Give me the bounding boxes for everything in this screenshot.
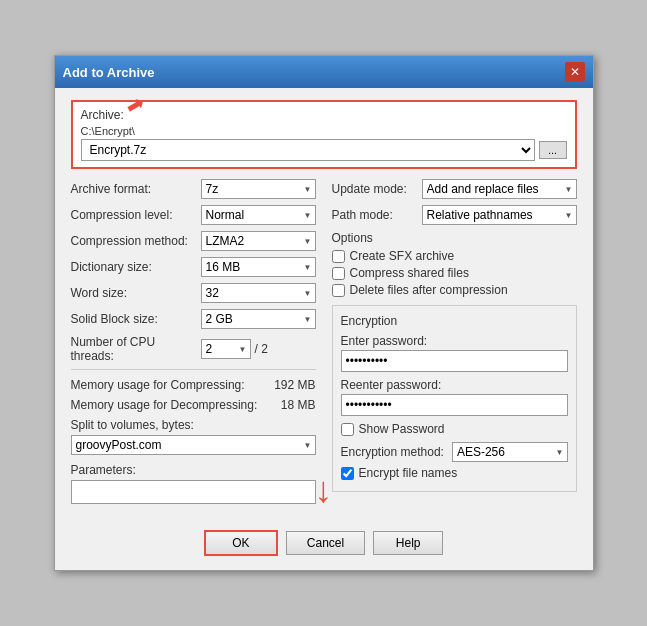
cpu-threads-max: / 2 (255, 342, 268, 356)
options-title: Options (332, 231, 577, 245)
delete-files-row: Delete files after compression (332, 283, 577, 297)
format-select-wrapper: 7z ▼ (201, 179, 316, 199)
compression-method-wrapper: LZMA2 ▼ (201, 231, 316, 251)
options-section: Options Create SFX archive Compress shar… (332, 231, 577, 297)
dialog-title: Add to Archive (63, 65, 155, 80)
left-panel: Archive format: 7z ▼ Compression level: … (71, 179, 316, 512)
add-to-archive-dialog: Add to Archive ✕ ➡ Archive: C:\Encrypt\ … (54, 55, 594, 571)
enter-password-label: Enter password: (341, 334, 568, 348)
compression-level-select[interactable]: Normal (201, 205, 316, 225)
dictionary-size-select[interactable]: 16 MB (201, 257, 316, 277)
reenter-password-label: Reenter password: (341, 378, 568, 392)
create-sfx-label: Create SFX archive (350, 249, 455, 263)
split-select-wrapper: groovyPost.com ▼ (71, 435, 316, 455)
memory-compress-value: 192 MB (274, 378, 315, 392)
word-size-select[interactable]: 32 (201, 283, 316, 303)
params-label: Parameters: (71, 463, 316, 477)
show-password-checkbox[interactable] (341, 423, 354, 436)
enter-password-input[interactable] (341, 350, 568, 372)
update-mode-select[interactable]: Add and replace files (422, 179, 577, 199)
format-select[interactable]: 7z (201, 179, 316, 199)
archive-section: Archive: C:\Encrypt\ Encrypt.7z ... (71, 100, 577, 169)
word-size-label: Word size: (71, 286, 201, 300)
browse-button[interactable]: ... (539, 141, 567, 159)
archive-filename-select[interactable]: Encrypt.7z (81, 139, 535, 161)
memory-compress-label: Memory usage for Compressing: (71, 378, 275, 392)
path-mode-wrapper: Relative pathnames ▼ (422, 205, 577, 225)
compression-level-label: Compression level: (71, 208, 201, 222)
create-sfx-row: Create SFX archive (332, 249, 577, 263)
memory-decompress-label: Memory usage for Decompressing: (71, 398, 281, 412)
compress-shared-checkbox[interactable] (332, 267, 345, 280)
delete-files-label: Delete files after compression (350, 283, 508, 297)
close-button[interactable]: ✕ (565, 62, 585, 82)
path-mode-select[interactable]: Relative pathnames (422, 205, 577, 225)
split-select[interactable]: groovyPost.com (71, 435, 316, 455)
path-mode-label: Path mode: (332, 208, 422, 222)
encryption-title: Encryption (341, 314, 568, 328)
ok-button[interactable]: OK (206, 532, 276, 554)
encryption-method-wrapper: AES-256 ▼ (452, 442, 568, 462)
title-bar: Add to Archive ✕ (55, 56, 593, 88)
solid-block-label: Solid Block size: (71, 312, 201, 326)
format-label: Archive format: (71, 182, 201, 196)
cpu-threads-wrapper: 2 ▼ (201, 339, 251, 359)
compress-shared-label: Compress shared files (350, 266, 469, 280)
show-password-label: Show Password (359, 422, 445, 436)
solid-block-select[interactable]: 2 GB (201, 309, 316, 329)
solid-block-wrapper: 2 GB ▼ (201, 309, 316, 329)
cancel-button[interactable]: Cancel (286, 531, 365, 555)
encryption-section: Encryption Enter password: Reenter passw… (332, 305, 577, 492)
archive-path: C:\Encrypt\ (81, 125, 567, 137)
reenter-password-input[interactable] (341, 394, 568, 416)
archive-label: Archive: (81, 108, 567, 122)
compress-shared-row: Compress shared files (332, 266, 577, 280)
create-sfx-checkbox[interactable] (332, 250, 345, 263)
memory-decompress-value: 18 MB (281, 398, 316, 412)
dictionary-size-wrapper: 16 MB ▼ (201, 257, 316, 277)
split-label: Split to volumes, bytes: (71, 418, 316, 432)
word-size-wrapper: 32 ▼ (201, 283, 316, 303)
delete-files-checkbox[interactable] (332, 284, 345, 297)
dictionary-size-label: Dictionary size: (71, 260, 201, 274)
update-mode-wrapper: Add and replace files ▼ (422, 179, 577, 199)
right-panel: Update mode: Add and replace files ▼ Pat… (332, 179, 577, 512)
cpu-threads-label: Number of CPU threads: (71, 335, 201, 363)
compression-method-label: Compression method: (71, 234, 201, 248)
cpu-threads-select[interactable]: 2 (201, 339, 251, 359)
compression-level-wrapper: Normal ▼ (201, 205, 316, 225)
help-button[interactable]: Help (373, 531, 443, 555)
encrypt-names-checkbox[interactable] (341, 467, 354, 480)
params-input[interactable] (71, 480, 316, 504)
encryption-method-select[interactable]: AES-256 (452, 442, 568, 462)
update-mode-label: Update mode: (332, 182, 422, 196)
compression-method-select[interactable]: LZMA2 (201, 231, 316, 251)
encrypt-names-label: Encrypt file names (359, 466, 458, 480)
encryption-method-label: Encryption method: (341, 445, 444, 459)
